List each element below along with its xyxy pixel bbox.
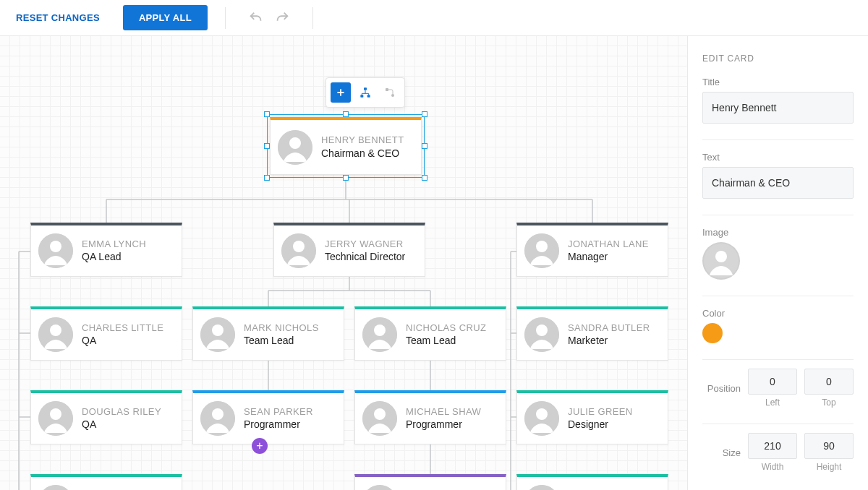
plus-icon — [336, 87, 346, 98]
avatar — [38, 485, 73, 490]
avatar — [200, 317, 235, 352]
card-role: Designer — [568, 418, 633, 431]
svg-point-60 — [715, 251, 727, 262]
avatar-icon — [704, 244, 739, 278]
position-top-caption: Top — [822, 397, 835, 408]
org-card-eugene[interactable]: EUGENE FOSTERQA — [30, 474, 182, 490]
position-top-input[interactable] — [804, 369, 854, 395]
color-label: Color — [702, 308, 854, 319]
svg-point-38 — [50, 324, 61, 336]
resize-handle-rm[interactable] — [422, 143, 427, 149]
show-hierarchy-button[interactable] — [355, 82, 375, 103]
add-card-button[interactable] — [331, 82, 351, 103]
redo-icon — [274, 10, 290, 26]
card-context-toolbar — [326, 77, 405, 108]
avatar — [524, 317, 559, 352]
avatar — [38, 401, 73, 436]
reparent-button[interactable] — [380, 82, 400, 103]
card-role: Programmer — [406, 418, 481, 431]
org-card-mark[interactable]: MARK NICHOLSTeam Lead — [192, 306, 344, 361]
text-input[interactable] — [702, 167, 854, 199]
org-card-julie[interactable]: JULIE GREENDesigner — [516, 390, 668, 444]
card-name: SEAN PARKER — [244, 405, 313, 418]
panel-divider — [702, 139, 854, 140]
svg-point-32 — [50, 241, 61, 252]
svg-point-52 — [536, 408, 548, 420]
avatar — [362, 317, 397, 352]
size-label: Size — [702, 447, 741, 458]
org-card-root[interactable]: HENRY BENNETTChairman & CEO — [270, 117, 422, 175]
org-card-sandra[interactable]: SANDRA BUTLERMarketer — [516, 306, 668, 361]
card-role: Team Lead — [244, 334, 319, 348]
svg-point-48 — [212, 408, 224, 420]
reset-changes-button[interactable]: RESET CHANGES — [13, 8, 103, 27]
position-row: Position Left Top — [702, 369, 854, 408]
resize-handle-lm[interactable] — [264, 143, 270, 149]
reparent-icon — [384, 87, 396, 98]
org-card-emma[interactable]: EMMA LYNCHQA Lead — [30, 223, 182, 277]
resize-handle-bm[interactable] — [343, 175, 349, 181]
avatar — [362, 485, 397, 490]
svg-point-53 — [38, 485, 73, 490]
resize-handle-bl[interactable] — [264, 175, 270, 181]
resize-handle-tl[interactable] — [264, 111, 270, 117]
org-card-michael[interactable]: MICHAEL SHAWProgrammer — [354, 390, 506, 444]
org-card-sean[interactable]: SEAN PARKERProgrammer — [192, 390, 344, 444]
add-child-badge[interactable]: + — [252, 438, 268, 454]
svg-point-50 — [374, 408, 386, 420]
apply-all-button[interactable]: APPLY ALL — [123, 5, 208, 30]
card-name: MARK NICHOLS — [244, 322, 319, 335]
resize-handle-tr[interactable] — [422, 111, 427, 117]
svg-point-44 — [536, 324, 548, 336]
card-name: SANDRA BUTLER — [568, 322, 650, 335]
avatar — [524, 233, 559, 268]
position-left-input[interactable] — [748, 369, 797, 395]
card-name: MICHAEL SHAW — [406, 405, 481, 418]
org-card-jonathan[interactable]: JONATHAN LANEManager — [516, 223, 668, 277]
avatar — [362, 401, 397, 436]
resize-handle-br[interactable] — [422, 175, 427, 181]
org-card-richard[interactable]: RICHARD HICKSSales Manager — [516, 474, 668, 490]
avatar — [524, 485, 559, 490]
org-card-jerry[interactable]: JERRY WAGNERTechnical Director — [273, 223, 425, 277]
panel-divider — [702, 424, 854, 424]
svg-point-46 — [50, 408, 61, 420]
card-role: Marketer — [568, 334, 650, 348]
org-card-charles[interactable]: CHARLES LITTLEQA — [30, 306, 182, 361]
undo-icon — [248, 10, 264, 26]
card-name: DOUGLAS RILEY — [82, 405, 161, 418]
card-role: QA — [82, 418, 161, 431]
org-card-nich[interactable]: NICHOLAS CRUZTeam Lead — [354, 306, 506, 361]
org-card-doug[interactable]: DOUGLAS RILEYQA — [30, 390, 182, 444]
redo-button[interactable] — [269, 5, 295, 31]
svg-point-28 — [391, 94, 394, 97]
undo-button[interactable] — [243, 5, 269, 31]
resize-handle-tm[interactable] — [343, 111, 349, 117]
svg-point-42 — [374, 324, 386, 336]
position-label: Position — [702, 383, 741, 394]
avatar — [281, 233, 316, 268]
size-height-caption: Height — [817, 462, 842, 472]
toolbar-separator-2 — [312, 7, 313, 29]
svg-rect-25 — [360, 95, 363, 97]
size-height-input[interactable] — [804, 433, 854, 459]
card-name: CHARLES LITTLE — [82, 322, 163, 335]
position-left-caption: Left — [765, 397, 780, 408]
card-role: Technical Director — [325, 250, 405, 264]
card-role: Chairman & CEO — [321, 147, 404, 160]
image-picker[interactable] — [702, 242, 740, 280]
color-picker[interactable] — [702, 323, 723, 343]
org-card-john[interactable]: JOHN FLORESJunior — [354, 474, 506, 490]
panel-divider — [702, 215, 854, 215]
size-width-input[interactable] — [748, 433, 797, 459]
card-role: QA — [82, 334, 163, 348]
card-role: Programmer — [244, 418, 313, 431]
canvas-area[interactable]: HENRY BENNETTChairman & CEOEMMA LYNCHQA … — [0, 36, 687, 490]
title-input[interactable] — [702, 92, 854, 124]
svg-rect-26 — [367, 95, 370, 97]
avatar — [524, 401, 559, 436]
svg-rect-27 — [386, 88, 388, 91]
avatar — [278, 130, 312, 165]
svg-point-40 — [212, 324, 224, 336]
size-width-caption: Width — [762, 462, 784, 472]
